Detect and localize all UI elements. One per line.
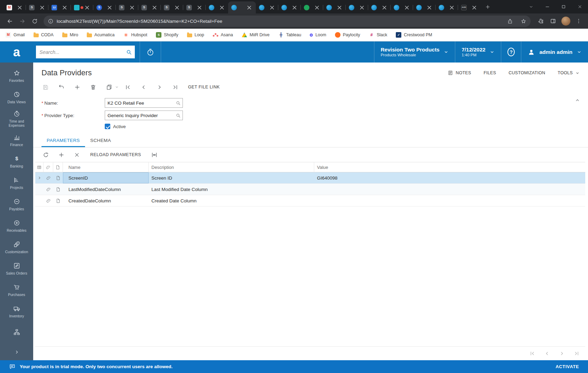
row-note-cell[interactable]	[53, 172, 63, 183]
reload-parameters-button[interactable]: RELOAD PARAMETERS	[90, 152, 141, 157]
files-button[interactable]: FILES	[484, 70, 496, 75]
back-button[interactable]	[3, 15, 16, 27]
lookup-magnifier-icon[interactable]	[176, 101, 181, 106]
go-next-record-button[interactable]	[151, 82, 167, 93]
search-input[interactable]	[39, 49, 124, 55]
cell-description[interactable]: Created Date Column	[149, 195, 314, 206]
sidebar-item[interactable]: Data Views	[0, 87, 33, 108]
lookup-magnifier-icon[interactable]	[176, 113, 181, 118]
browser-tab[interactable]: No	[346, 1, 368, 13]
detail-tab[interactable]: SCHEMA	[85, 134, 116, 147]
tab-close-icon[interactable]	[426, 4, 433, 11]
side-panel-button[interactable]	[547, 15, 559, 27]
clipboard-menu-button[interactable]	[114, 82, 120, 93]
go-previous-record-button[interactable]	[136, 82, 151, 93]
collapse-summary-button[interactable]	[575, 97, 580, 103]
go-last-record-button[interactable]	[167, 82, 183, 93]
tab-close-icon[interactable]	[39, 4, 46, 11]
cell-description[interactable]: Last Modified Date Column	[149, 184, 314, 195]
sidebar-item[interactable]: Time and Expenses	[0, 108, 33, 130]
notes-button[interactable]: NOTES	[448, 70, 471, 76]
window-minimize-button[interactable]	[539, 0, 556, 13]
tab-close-icon[interactable]	[174, 4, 180, 11]
tab-close-icon[interactable]	[314, 4, 320, 11]
profile-avatar[interactable]	[561, 17, 570, 26]
browser-tab[interactable]: Sal	[301, 1, 323, 13]
provider-type-input[interactable]	[108, 113, 174, 118]
sidebar-item[interactable]: Projects	[0, 172, 33, 194]
browser-tab[interactable]: K2	[278, 1, 301, 13]
new-tab-button[interactable]	[483, 2, 493, 12]
forward-button[interactable]	[16, 15, 28, 27]
grid-refresh-button[interactable]	[38, 150, 54, 160]
column-config-header[interactable]	[35, 162, 44, 172]
tab-close-icon[interactable]	[448, 4, 455, 11]
row-attachment-cell[interactable]	[44, 184, 53, 195]
fit-to-screen-button[interactable]	[147, 150, 162, 160]
browser-tab[interactable]: Sho	[138, 1, 161, 13]
app-logo[interactable]: a	[0, 41, 33, 63]
sidebar-item[interactable]: Inventory	[0, 301, 33, 322]
browser-tab[interactable]: Ge	[206, 1, 228, 13]
cell-value[interactable]: GI640098	[314, 172, 585, 183]
sidebar-item[interactable]: Sales Orders	[0, 258, 33, 279]
active-checkbox[interactable]	[105, 124, 110, 129]
tab-close-icon[interactable]	[106, 4, 113, 11]
search-icon[interactable]	[126, 49, 132, 55]
bookmark-item[interactable]: Shopify	[156, 32, 178, 38]
tab-close-icon[interactable]	[358, 4, 365, 11]
extensions-button[interactable]	[535, 15, 547, 27]
sidebar-item[interactable]: Favorites	[0, 65, 33, 87]
bookmark-item[interactable]: Miro	[62, 32, 78, 37]
tab-close-icon[interactable]	[291, 4, 298, 11]
row-attachment-cell[interactable]	[44, 195, 53, 206]
user-menu[interactable]: admin admin	[521, 41, 588, 63]
browser-menu-button[interactable]	[573, 15, 585, 27]
provider-type-field[interactable]	[105, 111, 183, 120]
sidebar-item[interactable]: Customization	[0, 237, 33, 258]
browser-tab[interactable]: AU	[458, 1, 480, 13]
tab-close-icon[interactable]	[381, 4, 388, 11]
share-button[interactable]	[505, 16, 515, 26]
bookmark-item[interactable]: CODA	[34, 32, 54, 37]
cell-name[interactable]: CreatedDateColumn	[63, 195, 149, 206]
name-field[interactable]	[105, 98, 183, 108]
get-file-link-button[interactable]: GET FILE LINK	[188, 85, 220, 89]
pager-last-icon[interactable]	[574, 351, 580, 356]
row-note-cell[interactable]	[53, 195, 63, 206]
pager-first-icon[interactable]	[529, 351, 535, 356]
browser-tab[interactable]: Sho	[183, 1, 206, 13]
tab-close-icon[interactable]	[269, 4, 276, 11]
browser-tab[interactable]: Ge	[256, 1, 278, 13]
browser-tab[interactable]: Imp	[413, 1, 436, 13]
browser-tab[interactable]: Mii	[48, 1, 71, 13]
cancel-undo-button[interactable]	[53, 82, 69, 93]
delete-record-button[interactable]	[85, 82, 101, 93]
activate-button[interactable]: ACTIVATE	[556, 364, 579, 369]
save-button[interactable]	[37, 82, 53, 93]
description-column-header[interactable]: Description	[149, 162, 314, 172]
attachments-column-header[interactable]	[44, 162, 53, 172]
bookmark-item[interactable]: Tableau	[278, 32, 301, 38]
grid-delete-row-button[interactable]	[69, 150, 85, 160]
browser-tab[interactable]: Imp	[368, 1, 391, 13]
name-input[interactable]	[108, 101, 174, 106]
cell-value[interactable]	[314, 184, 585, 195]
cell-name[interactable]: LastModifiedDateColumn	[63, 184, 149, 195]
help-button[interactable]: ?	[501, 41, 521, 63]
tab-close-icon[interactable]	[471, 4, 478, 11]
tools-button[interactable]: TOOLS	[558, 70, 580, 75]
customization-button[interactable]: CUSTOMIZATION	[508, 70, 545, 75]
browser-tab[interactable]: Sea	[436, 1, 458, 13]
table-row[interactable]: CreatedDateColumn Created Date Column	[35, 195, 585, 207]
tab-close-icon[interactable]	[61, 4, 68, 11]
bookmark-item[interactable]: Crestwood PM	[396, 32, 432, 38]
tab-close-icon[interactable]	[196, 4, 203, 11]
bookmark-item[interactable]: MiiR Drive	[242, 32, 270, 38]
tab-search-button[interactable]	[523, 0, 539, 13]
tab-close-icon[interactable]	[16, 4, 23, 11]
sidebar-item[interactable]	[0, 322, 33, 344]
search-box[interactable]	[36, 46, 135, 58]
notes-column-header[interactable]	[53, 162, 63, 172]
sidebar-item[interactable]: Payables	[0, 194, 33, 215]
